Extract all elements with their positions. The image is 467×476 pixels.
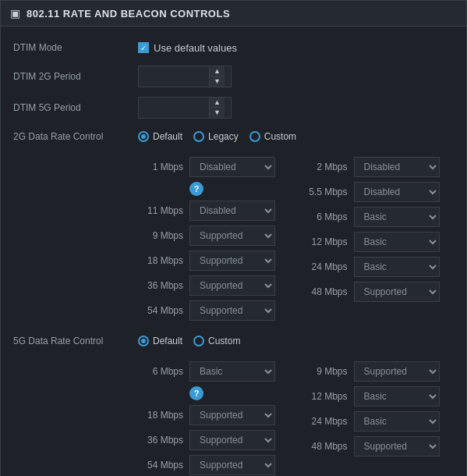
dtim-mode-checkbox-label: Use default values [154,42,237,54]
rate-select-5g-48mbps[interactable]: DisabledBasicSupported [354,436,440,456]
radio-5g-custom-circle [193,336,204,346]
radio-5g-custom-label: Custom [208,336,240,346]
rate-row-24mbps: 24 Mbps DisabledBasicSupported [302,254,455,279]
radio-2g-legacy-label: Legacy [208,131,239,142]
rate-select-5g-54mbps[interactable]: DisabledBasicSupported [189,455,275,475]
rate-select-48mbps[interactable]: DisabledBasicSupported [354,282,440,302]
data-rate-2g-radio-group: Default Legacy Custom [138,131,296,142]
dtim-2g-label: DTIM 2G Period [13,71,138,82]
data-rate-5g-row: 5G Data Rate Control Default Custom [13,328,454,354]
dtim-mode-checkbox[interactable]: ✓ [138,42,149,53]
rate-row-5g-12mbps: 12 Mbps DisabledBasicSupported [302,384,455,409]
dtim-5g-input[interactable]: 1 [139,98,209,118]
rate-label-36mbps: 36 Mbps [138,280,183,291]
rate-select-54mbps[interactable]: DisabledBasicSupported [189,300,275,321]
rate-select-24mbps[interactable]: DisabledBasicSupported [354,257,440,277]
data-rate-5g-radio-group: Default Custom [138,336,240,346]
radio-2g-custom[interactable]: Custom [249,131,296,142]
data-rate-5g-label: 5G Data Rate Control [13,336,138,346]
rate-label-9mbps: 9 Mbps [138,230,183,241]
rate-label-24mbps: 24 Mbps [302,261,348,272]
rate-select-11mbps[interactable]: DisabledBasicSupported [189,201,275,221]
rate-select-2mbps[interactable]: DisabledBasicSupported [354,157,440,177]
info-row-5g: ? [138,384,290,403]
main-panel: ▣ 802.11 RATE AND BEACON CONTROLS DTIM M… [0,0,467,476]
dtim-5g-down[interactable]: ▼ [210,108,225,118]
data-rate-2g-label: 2G Data Rate Control [13,131,138,142]
rate-select-5g-6mbps[interactable]: DisabledBasicSupported [189,361,275,382]
rate-row-9mbps: 9 Mbps DisabledBasicSupported [138,223,290,248]
dtim-2g-up[interactable]: ▲ [210,66,225,76]
rate-row-5g-6mbps: 6 Mbps DisabledBasicSupported [138,359,290,384]
dtim-5g-spinner-buttons: ▲ ▼ [209,98,225,118]
rate-select-36mbps[interactable]: DisabledBasicSupported [189,275,275,296]
rate-row-36mbps: 36 Mbps DisabledBasicSupported [138,273,290,298]
rate-select-12mbps[interactable]: DisabledBasicSupported [354,232,440,252]
radio-2g-default-circle [138,131,149,142]
rate-label-6mbps: 6 Mbps [302,211,348,222]
rate-label-5g-9mbps: 9 Mbps [302,366,348,377]
radio-2g-legacy[interactable]: Legacy [193,131,239,142]
rate-label-54mbps: 54 Mbps [138,305,183,316]
info-icon-2g[interactable]: ? [189,182,203,196]
rate-select-1mbps[interactable]: DisabledBasicSupported [189,157,275,177]
rate-label-2mbps: 2 Mbps [302,162,348,172]
dtim-2g-spinner-buttons: ▲ ▼ [209,66,225,87]
rate-label-5-5mbps: 5.5 Mbps [302,186,348,197]
dtim-2g-input[interactable]: 1 [139,66,209,87]
dtim-mode-label: DTIM Mode [13,42,138,53]
rate-row-48mbps: 48 Mbps DisabledBasicSupported [302,279,455,304]
dtim-5g-label: DTIM 5G Period [13,102,138,113]
panel-header: ▣ 802.11 RATE AND BEACON CONTROLS [1,1,466,27]
dtim-5g-up[interactable]: ▲ [210,98,225,108]
rate-select-5g-36mbps[interactable]: DisabledBasicSupported [189,430,275,450]
dtim-mode-checkbox-wrapper: ✓ Use default values [138,42,237,54]
rate-row-5g-36mbps: 36 Mbps DisabledBasicSupported [138,428,290,453]
radio-2g-custom-circle [249,131,260,142]
rate-row-1mbps: 1 Mbps DisabledBasicSupported [138,155,290,179]
rates-5g-right: 9 Mbps DisabledBasicSupported 12 Mbps Di… [302,359,455,476]
data-rate-2g-row: 2G Data Rate Control Default Legacy Cust… [13,123,454,150]
dtim-mode-control: ✓ Use default values [138,42,454,54]
rate-row-2mbps: 2 Mbps DisabledBasicSupported [302,155,455,179]
rates-5g-container: 6 Mbps DisabledBasicSupported ? 18 Mbps … [138,354,454,476]
rate-row-11mbps: 11 Mbps DisabledBasicSupported [138,198,290,223]
info-row-2g: ? [138,179,290,198]
rate-label-48mbps: 48 Mbps [302,286,348,297]
radio-2g-default[interactable]: Default [138,131,182,142]
radio-5g-default-circle [138,336,149,346]
rate-row-12mbps: 12 Mbps DisabledBasicSupported [302,229,455,254]
rate-label-5g-12mbps: 12 Mbps [302,391,348,402]
rate-select-5g-9mbps[interactable]: DisabledBasicSupported [354,361,440,382]
radio-5g-default[interactable]: Default [138,336,182,346]
rate-select-5g-24mbps[interactable]: DisabledBasicSupported [354,411,440,432]
rates-2g-left: 1 Mbps DisabledBasicSupported ? 11 Mbps … [138,155,290,323]
rate-row-6mbps: 6 Mbps DisabledBasicSupported [302,204,455,229]
dtim-2g-down[interactable]: ▼ [210,76,225,87]
rates-2g-right: 2 Mbps DisabledBasicSupported 5.5 Mbps D… [302,155,455,323]
radio-5g-custom[interactable]: Custom [193,336,240,346]
rate-label-1mbps: 1 Mbps [138,162,183,172]
rate-row-5g-24mbps: 24 Mbps DisabledBasicSupported [302,409,455,434]
dtim-2g-control: 1 ▲ ▼ [138,66,454,87]
rate-select-6mbps[interactable]: DisabledBasicSupported [354,207,440,227]
rate-select-9mbps[interactable]: DisabledBasicSupported [189,226,275,246]
rate-label-5g-6mbps: 6 Mbps [138,366,183,377]
rate-label-12mbps: 12 Mbps [302,236,348,247]
radio-2g-custom-label: Custom [264,131,296,142]
rate-select-5g-18mbps[interactable]: DisabledBasicSupported [189,405,275,425]
radio-2g-legacy-circle [193,131,204,142]
dtim-5g-control: 1 ▲ ▼ [138,97,454,119]
rate-label-5g-24mbps: 24 Mbps [302,416,348,427]
info-icon-5g[interactable]: ? [189,386,203,400]
rate-select-5g-12mbps[interactable]: DisabledBasicSupported [354,386,440,407]
panel-title: 802.11 RATE AND BEACON CONTROLS [27,8,230,20]
rate-row-5g-18mbps: 18 Mbps DisabledBasicSupported [138,403,290,428]
rate-row-5g-48mbps: 48 Mbps DisabledBasicSupported [302,434,455,459]
rate-select-5-5mbps[interactable]: DisabledBasicSupported [354,182,440,202]
rates-2g-grid: 1 Mbps DisabledBasicSupported ? 11 Mbps … [138,155,454,323]
rate-select-18mbps[interactable]: DisabledBasicSupported [189,250,275,271]
rate-label-5g-36mbps: 36 Mbps [138,435,183,446]
rate-row-5g-9mbps: 9 Mbps DisabledBasicSupported [302,359,455,384]
rate-row-54mbps: 54 Mbps DisabledBasicSupported [138,298,290,323]
